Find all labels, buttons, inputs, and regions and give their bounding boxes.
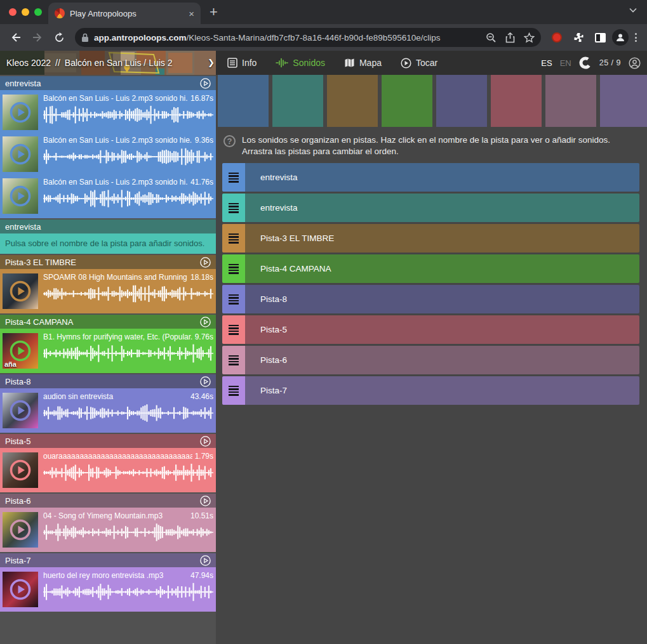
clip-waveform[interactable] xyxy=(43,523,213,542)
clip-play-icon[interactable] xyxy=(10,579,31,600)
clip-waveform[interactable] xyxy=(43,105,213,124)
map-expand-chevron-icon[interactable]: ❯ xyxy=(208,58,215,67)
track-row-body[interactable]: entrevista xyxy=(245,163,639,192)
clip-thumbnail[interactable] xyxy=(3,452,38,488)
drag-handle-icon[interactable] xyxy=(222,254,245,283)
clip-play-icon[interactable] xyxy=(10,459,31,481)
side-panel-icon[interactable] xyxy=(590,28,610,47)
track-color-square[interactable] xyxy=(600,75,647,127)
clip-thumbnail[interactable]: aña xyxy=(3,333,38,369)
track-row-body[interactable]: Pista-6 xyxy=(245,346,639,374)
share-icon[interactable] xyxy=(505,32,515,43)
track-header[interactable]: Pista-6 xyxy=(0,494,216,508)
reload-button[interactable] xyxy=(50,28,69,47)
drag-handle-icon[interactable] xyxy=(222,224,245,253)
browser-tab[interactable]: Play Antropoloops × xyxy=(48,3,201,24)
clip-waveform[interactable] xyxy=(43,344,213,363)
drag-handle-icon[interactable] xyxy=(222,285,245,313)
track-color-square[interactable] xyxy=(491,75,542,127)
account-icon[interactable] xyxy=(629,57,641,69)
profile-avatar[interactable] xyxy=(612,29,629,46)
clip-thumbnail[interactable] xyxy=(3,393,38,428)
track-row[interactable]: Pista-6 xyxy=(222,346,639,374)
clip-thumbnail[interactable] xyxy=(3,512,38,548)
track-header[interactable]: Pista-4 CAMPANA xyxy=(0,315,216,329)
recorder-extension-icon[interactable] xyxy=(547,28,566,47)
clip-play-icon[interactable] xyxy=(10,400,31,421)
clip-waveform[interactable] xyxy=(43,582,213,601)
clip-play-icon[interactable] xyxy=(10,143,31,165)
minimize-window-button[interactable] xyxy=(22,8,29,16)
forward-button[interactable] xyxy=(28,28,47,47)
zoom-window-button[interactable] xyxy=(34,8,42,16)
track-row-body[interactable]: Pista-8 xyxy=(245,285,639,313)
clip-play-icon[interactable] xyxy=(10,102,31,123)
track-row[interactable]: Pista-3 EL TIMBRE xyxy=(222,224,639,253)
audio-clip[interactable]: audion sin entrevista43.46s xyxy=(3,391,213,430)
clip-waveform[interactable] xyxy=(43,463,213,482)
secure-lock-icon[interactable] xyxy=(81,33,89,43)
clip-play-icon[interactable] xyxy=(10,340,31,362)
extensions-puzzle-icon[interactable] xyxy=(569,28,588,47)
audio-clip[interactable]: Balcón en San Luis - Luis 2.mp3 sonido h… xyxy=(3,176,213,216)
track-header[interactable]: Pista-3 EL TIMBRE xyxy=(0,255,216,269)
track-row[interactable]: Pista-8 xyxy=(222,285,639,313)
track-play-icon[interactable] xyxy=(200,78,211,89)
clip-thumbnail[interactable] xyxy=(3,572,38,607)
lang-es-button[interactable]: ES xyxy=(541,58,552,68)
audio-clip[interactable]: 04 - Song of Yimeng Mountain.mp310.51s xyxy=(3,510,213,549)
track-color-square[interactable] xyxy=(382,75,432,127)
drag-handle-icon[interactable] xyxy=(222,194,245,222)
drag-handle-icon[interactable] xyxy=(222,346,245,374)
track-row-body[interactable]: Pista-3 EL TIMBRE xyxy=(245,224,639,253)
track-play-icon[interactable] xyxy=(200,436,211,447)
track-row-body[interactable]: Pista-7 xyxy=(245,376,639,405)
track-color-square[interactable] xyxy=(218,75,269,127)
clip-play-icon[interactable] xyxy=(10,280,31,302)
bookmark-star-icon[interactable] xyxy=(524,32,535,43)
clip-play-icon[interactable] xyxy=(10,519,31,541)
clip-waveform[interactable] xyxy=(43,189,213,208)
track-play-icon[interactable] xyxy=(200,317,211,327)
track-row[interactable]: entrevista xyxy=(222,194,639,222)
clip-waveform[interactable] xyxy=(43,147,213,166)
clip-waveform[interactable] xyxy=(43,284,213,303)
audio-clip[interactable]: Balcón en San Luis - Luis 2.mp3 sonido h… xyxy=(3,135,213,174)
back-button[interactable] xyxy=(6,28,25,47)
audio-clip[interactable]: añaB1. Hymns for purifying water, Etc. (… xyxy=(3,331,213,371)
nav-tab-sonidos[interactable]: Sonidos xyxy=(276,58,325,68)
track-color-square[interactable] xyxy=(436,75,487,127)
track-play-icon[interactable] xyxy=(200,555,211,566)
clip-thumbnail[interactable] xyxy=(3,95,38,130)
track-play-icon[interactable] xyxy=(200,257,211,268)
track-row[interactable]: Pista-5 xyxy=(222,315,639,344)
breadcrumb-project[interactable]: Kleos 2022 xyxy=(6,58,51,68)
close-window-button[interactable] xyxy=(9,8,17,16)
track-play-icon[interactable] xyxy=(200,496,211,506)
drag-handle-icon[interactable] xyxy=(222,376,245,405)
track-row[interactable]: Pista-7 xyxy=(222,376,639,405)
new-tab-button[interactable]: + xyxy=(210,4,218,20)
clip-thumbnail[interactable] xyxy=(3,178,38,214)
nav-tab-info[interactable]: Info xyxy=(227,58,257,68)
track-row[interactable]: entrevista xyxy=(222,163,639,192)
track-color-square[interactable] xyxy=(272,75,323,127)
nav-tab-tocar[interactable]: Tocar xyxy=(401,58,437,69)
track-row[interactable]: Pista-4 CAMPANA xyxy=(222,254,639,283)
track-color-square[interactable] xyxy=(327,75,378,127)
address-bar[interactable]: app.antropoloops.com/Kleos-Santa-Marina/… xyxy=(75,28,541,47)
nav-tab-mapa[interactable]: Mapa xyxy=(344,58,382,68)
zoom-indicator-icon[interactable] xyxy=(486,32,497,43)
lang-en-button[interactable]: EN xyxy=(560,58,571,68)
clip-play-icon[interactable] xyxy=(10,185,31,207)
audio-clip[interactable]: Balcón en San Luis - Luis 2.mp3 sonido h… xyxy=(3,93,213,132)
audio-clip[interactable]: ouaraaaaaaaaaaaaaaaaaaaaaaaaaaaaaaaaaaaa… xyxy=(3,450,213,490)
tab-close-icon[interactable]: × xyxy=(189,8,194,19)
track-header[interactable]: entrevista xyxy=(0,220,216,233)
track-row-body[interactable]: Pista-5 xyxy=(245,315,639,344)
tab-search-chevron-icon[interactable] xyxy=(629,8,637,13)
track-header[interactable]: Pista-8 xyxy=(0,374,216,388)
clip-waveform[interactable] xyxy=(43,404,213,423)
clip-thumbnail[interactable] xyxy=(3,273,38,309)
drag-handle-icon[interactable] xyxy=(222,315,245,344)
